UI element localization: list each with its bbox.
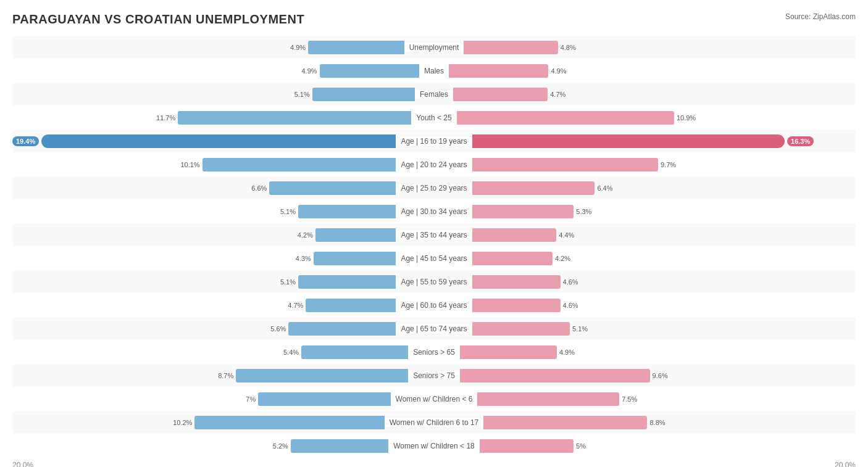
row-label: Age | 60 to 64 years — [396, 301, 472, 310]
bar-value-left: 5.6% — [264, 325, 286, 333]
bar-area: 4.2% Age | 35 to 44 years 4.4% — [12, 224, 856, 246]
right-side: 5.1% — [472, 318, 856, 340]
left-side: 5.6% — [12, 318, 396, 340]
chart-row: 10.2% Women w/ Children 6 to 17 8.8% — [12, 411, 856, 434]
right-side: 6.4% — [472, 177, 856, 199]
left-side: 8.7% — [12, 365, 408, 387]
bar-value-left: 4.7% — [282, 302, 303, 309]
bar-blue — [291, 439, 388, 453]
bar-value-right: 8.8% — [649, 419, 671, 426]
bar-blue — [306, 299, 396, 312]
bar-value-left: 5.4% — [277, 349, 299, 356]
right-side: 9.6% — [460, 365, 856, 387]
chart-row: 5.1% Age | 55 to 59 years 4.6% — [12, 271, 856, 293]
chart-row: 5.4% Seniors > 65 4.9% — [12, 341, 856, 363]
bar-blue — [288, 322, 396, 336]
bar-area: 5.4% Seniors > 65 4.9% — [12, 341, 856, 363]
bar-value-right: 6.4% — [597, 184, 619, 192]
bar-value-left: 10.2% — [170, 419, 192, 426]
bar-blue — [202, 158, 396, 172]
bar-area: 11.7% Youth < 25 10.9% — [12, 107, 856, 129]
bar-blue — [236, 369, 408, 382]
right-side: 8.8% — [483, 411, 856, 434]
row-label: Females — [415, 90, 453, 99]
bar-area: 4.9% Unemployment 4.8% — [12, 36, 856, 59]
row-label: Seniors > 65 — [408, 348, 460, 357]
chart-row: 5.2% Women w/ Children < 18 5% — [12, 435, 856, 457]
chart-source: Source: ZipAtlas.com — [785, 12, 856, 21]
x-axis: 20.0% 20.0% — [12, 461, 856, 467]
chart-row: 4.7% Age | 60 to 64 years 4.6% — [12, 294, 856, 316]
right-side: 4.8% — [464, 36, 856, 59]
chart-row: 8.7% Seniors > 75 9.6% — [12, 365, 856, 387]
bar-value-left: 5.1% — [288, 91, 310, 98]
bar-pink — [449, 64, 548, 78]
bar-pink — [453, 88, 548, 101]
bar-value-left: 19.4% — [12, 136, 39, 146]
left-side: 5.1% — [12, 200, 396, 223]
bar-value-right: 9.7% — [661, 161, 682, 168]
left-side: 5.2% — [12, 435, 388, 457]
left-side: 5.1% — [12, 271, 396, 293]
chart-row: 19.4% Age | 16 to 19 years 16.3% — [12, 130, 856, 152]
bar-value-left: 11.7% — [154, 114, 175, 122]
bar-pink — [472, 299, 561, 312]
bar-blue — [298, 275, 396, 289]
right-side: 4.7% — [453, 83, 856, 105]
right-side: 7.5% — [477, 388, 856, 410]
bar-area: 10.2% Women w/ Children 6 to 17 8.8% — [12, 411, 856, 434]
row-label: Women w/ Children 6 to 17 — [385, 418, 484, 427]
bar-area: 5.2% Women w/ Children < 18 5% — [12, 435, 856, 457]
left-side: 10.2% — [12, 411, 385, 434]
row-label: Women w/ Children < 18 — [388, 442, 480, 450]
bar-value-right: 4.6% — [563, 278, 585, 286]
row-label: Males — [419, 67, 449, 75]
bar-value-left: 4.9% — [284, 44, 306, 51]
chart-container: PARAGUAYAN VS CROATIAN UNEMPLOYMENT Sour… — [12, 12, 856, 467]
right-side: 4.4% — [472, 224, 856, 246]
bar-blue — [312, 88, 415, 101]
bar-area: 5.1% Age | 55 to 59 years 4.6% — [12, 271, 856, 293]
bar-value-left: 4.3% — [290, 255, 311, 262]
bar-value-right: 4.4% — [559, 231, 580, 239]
chart-row: 10.1% Age | 20 to 24 years 9.7% — [12, 154, 856, 176]
bar-value-right: 16.3% — [787, 136, 814, 146]
chart-body: 4.9% Unemployment 4.8% 4.9% Males 4.9 — [12, 36, 856, 457]
bar-blue — [269, 181, 396, 195]
bar-area: 4.7% Age | 60 to 64 years 4.6% — [12, 294, 856, 316]
left-side: 4.2% — [12, 224, 396, 246]
row-label: Age | 16 to 19 years — [396, 137, 472, 146]
left-side: 4.9% — [12, 60, 419, 82]
right-side: 5% — [480, 435, 856, 457]
bar-area: 5.1% Age | 30 to 34 years 5.3% — [12, 200, 856, 223]
bar-value-left: 8.7% — [212, 372, 233, 379]
left-side: 4.3% — [12, 247, 396, 270]
bar-pink — [472, 181, 595, 195]
chart-row: 4.2% Age | 35 to 44 years 4.4% — [12, 224, 856, 246]
right-side: 4.6% — [472, 271, 856, 293]
row-label: Youth < 25 — [411, 114, 456, 122]
bar-blue — [258, 392, 390, 406]
bar-value-right: 5.3% — [576, 208, 598, 215]
bar-pink — [472, 322, 570, 336]
bar-area: 6.6% Age | 25 to 29 years 6.4% — [12, 177, 856, 199]
row-label: Age | 20 to 24 years — [396, 160, 472, 169]
bar-blue — [314, 252, 396, 265]
right-side: 16.3% — [472, 130, 856, 152]
row-label: Age | 65 to 74 years — [396, 324, 472, 333]
right-side: 4.2% — [472, 247, 856, 270]
chart-row: 6.6% Age | 25 to 29 years 6.4% — [12, 177, 856, 199]
bar-pink — [472, 228, 557, 242]
row-label: Age | 25 to 29 years — [396, 184, 472, 192]
bar-pink — [483, 416, 647, 429]
bar-pink — [472, 134, 785, 148]
bar-blue — [194, 416, 384, 429]
bar-pink — [457, 111, 674, 125]
chart-row: 11.7% Youth < 25 10.9% — [12, 107, 856, 129]
bar-pink — [460, 369, 650, 382]
left-side: 5.4% — [12, 341, 408, 363]
right-side: 4.9% — [460, 341, 856, 363]
right-side: 4.9% — [449, 60, 856, 82]
bar-value-left: 10.1% — [178, 161, 200, 168]
right-side: 10.9% — [457, 107, 856, 129]
